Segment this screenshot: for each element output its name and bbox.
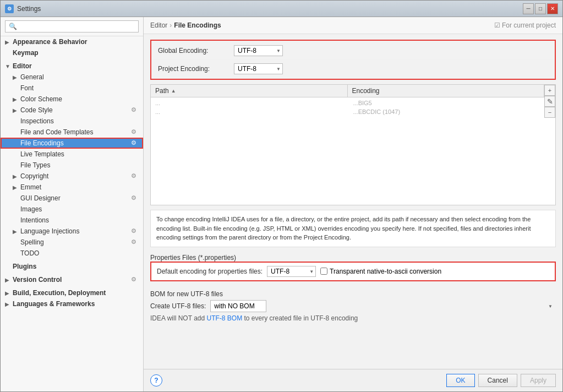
sidebar-item-file-types[interactable]: File Types: [1, 160, 143, 171]
sidebar-item-label: Font: [20, 84, 139, 92]
sidebar-item-copyright[interactable]: ▶Copyright⚙: [1, 171, 143, 182]
remove-encoding-button[interactable]: −: [544, 107, 555, 118]
transparent-conversion-checkbox[interactable]: [320, 268, 327, 275]
sidebar-item-spelling[interactable]: Spelling⚙: [1, 237, 143, 248]
sidebar-item-file-and-code-templates[interactable]: File and Code Templates⚙: [1, 127, 143, 138]
table-header: Path ▲ Encoding: [151, 85, 555, 97]
sidebar-item-label: Keymap: [13, 49, 139, 57]
footer-buttons: OK Cancel Apply: [446, 374, 556, 387]
sidebar-item-gui-designer[interactable]: GUI Designer⚙: [1, 193, 143, 204]
window-title: Settings: [17, 5, 523, 13]
sidebar-item-plugins[interactable]: Plugins: [1, 261, 143, 272]
maximize-button[interactable]: □: [535, 3, 546, 14]
table-toolbar: + ✎ −: [544, 85, 555, 118]
add-encoding-button[interactable]: +: [544, 85, 555, 96]
sidebar-item-code-style[interactable]: ▶Code Style⚙: [1, 105, 143, 116]
sidebar-item-label: GUI Designer: [20, 194, 131, 202]
sidebar-item-label: Editor: [13, 62, 139, 70]
sidebar-item-language-injections[interactable]: ▶Language Injections⚙: [1, 226, 143, 237]
properties-section: Properties Files (*.properties) Default …: [150, 252, 556, 281]
edit-encoding-button[interactable]: ✎: [544, 96, 555, 107]
arrow-icon: ▶: [5, 39, 13, 45]
arrow-icon: ▶: [13, 107, 20, 113]
app-icon: ⚙: [5, 4, 14, 13]
ok-button[interactable]: OK: [446, 374, 474, 387]
global-encoding-select[interactable]: UTF-8 UTF-16 ISO-8859-1: [234, 45, 283, 56]
minimize-button[interactable]: ─: [523, 3, 534, 14]
bom-row: Create UTF-8 files: with NO BOM with BOM: [150, 300, 556, 312]
sidebar-item-todo[interactable]: TODO: [1, 248, 143, 259]
encoding-group: Global Encoding: UTF-8 UTF-16 ISO-8859-1…: [150, 40, 556, 80]
sidebar-item-inspections[interactable]: Inspections: [1, 116, 143, 127]
sidebar-item-font[interactable]: Font: [1, 83, 143, 94]
sort-icon: ▲: [171, 88, 176, 94]
bom-select-wrapper: with NO BOM with BOM: [210, 300, 556, 312]
sidebar-item-live-templates[interactable]: Live Templates: [1, 149, 143, 160]
encoding-description: To change encoding IntelliJ IDEA uses fo…: [150, 210, 556, 247]
bom-select[interactable]: with NO BOM with BOM: [210, 300, 266, 312]
sidebar-item-file-encodings[interactable]: File Encodings⚙: [1, 138, 143, 149]
arrow-icon: ▶: [13, 74, 20, 80]
sidebar-item-general[interactable]: ▶General: [1, 72, 143, 83]
arrow-icon: ▶: [13, 228, 20, 235]
description-text: To change encoding IntelliJ IDEA uses fo…: [156, 216, 531, 241]
sidebar-item-label: Code Style: [20, 106, 131, 114]
sidebar-item-label: Plugins: [13, 263, 139, 270]
transparent-conversion-wrapper: Transparent native-to-ascii conversion: [320, 268, 441, 275]
main-content-area: ▶Appearance & BehaviorKeymap▼Editor▶Gene…: [1, 17, 562, 391]
encoding-header-label: Encoding: [352, 87, 380, 95]
sidebar-item-label: Copyright: [20, 172, 131, 180]
sidebar-item-label: Inspections: [20, 117, 139, 125]
footer: ? OK Cancel Apply: [144, 369, 562, 391]
arrow-icon: ▶: [13, 173, 20, 179]
breadcrumb-separator: ›: [170, 21, 172, 29]
table-body: ... ...BIG5 ... ...EBCDIC (1047): [151, 97, 555, 117]
gear-icon: ⚙: [131, 139, 139, 147]
encoding-table-container: Path ▲ Encoding ... ...BIG5: [150, 84, 556, 205]
sidebar-item-build-execution-deployment[interactable]: ▶Build, Execution, Deployment: [1, 287, 143, 298]
sidebar-item-intentions[interactable]: Intentions: [1, 215, 143, 226]
breadcrumb-current: File Encodings: [174, 21, 221, 29]
sidebar-item-languages-frameworks[interactable]: ▶Languages & Frameworks: [1, 298, 143, 309]
gear-icon: ⚙: [131, 106, 139, 114]
global-encoding-select-wrapper: UTF-8 UTF-16 ISO-8859-1: [234, 45, 283, 56]
project-encoding-select[interactable]: UTF-8 UTF-16 ISO-8859-1: [234, 63, 283, 74]
sidebar-item-images[interactable]: Images: [1, 204, 143, 215]
help-button[interactable]: ?: [150, 374, 162, 386]
breadcrumb-parent: Editor: [150, 21, 167, 29]
search-box: [1, 17, 143, 36]
sidebar-item-version-control[interactable]: ▶Version Control⚙: [1, 274, 143, 285]
sidebar-item-label: TODO: [20, 249, 139, 257]
main-panel: Editor › File Encodings ☑ For current pr…: [144, 17, 562, 391]
sidebar-item-color-scheme[interactable]: ▶Color Scheme: [1, 94, 143, 105]
close-button[interactable]: ✕: [547, 3, 558, 14]
bom-note: IDEA will NOT add UTF-8 BOM to every cre…: [150, 314, 556, 322]
properties-encoding-select[interactable]: UTF-8 ISO-8859-1: [267, 266, 316, 277]
bom-link[interactable]: UTF-8 BOM: [206, 314, 242, 322]
project-encoding-select-wrapper: UTF-8 UTF-16 ISO-8859-1: [234, 63, 283, 74]
cancel-button[interactable]: Cancel: [478, 374, 517, 387]
search-input[interactable]: [5, 20, 139, 32]
sidebar-item-label: File and Code Templates: [20, 128, 131, 136]
gear-icon: ⚙: [131, 276, 139, 284]
gear-icon: ⚙: [131, 227, 139, 235]
sidebar-item-appearance-behavior[interactable]: ▶Appearance & Behavior: [1, 36, 143, 47]
table-row[interactable]: ... ...BIG5: [151, 99, 555, 107]
transparent-conversion-label: Transparent native-to-ascii conversion: [330, 268, 441, 275]
path-column-header: Path ▲: [151, 85, 348, 97]
sidebar-item-label: Version Control: [13, 276, 131, 284]
sidebar-item-editor[interactable]: ▼Editor: [1, 61, 143, 72]
properties-encoding-label: Default encoding for properties files:: [157, 268, 263, 275]
apply-button[interactable]: Apply: [521, 374, 556, 387]
sidebar-item-label: Intentions: [20, 216, 139, 224]
table-row[interactable]: ... ...EBCDIC (1047): [151, 107, 555, 116]
window-controls: ─ □ ✕: [523, 3, 558, 14]
global-encoding-label: Global Encoding:: [158, 47, 229, 55]
sidebar-item-label: Spelling: [20, 238, 131, 246]
sidebar-item-label: Language Injections: [20, 227, 131, 235]
sidebar-item-emmet[interactable]: ▶Emmet: [1, 182, 143, 193]
sidebar-item-keymap[interactable]: Keymap: [1, 47, 143, 58]
bom-section-title: BOM for new UTF-8 files: [150, 290, 556, 298]
settings-content: Global Encoding: UTF-8 UTF-16 ISO-8859-1…: [144, 34, 562, 369]
sidebar-item-label: Emmet: [20, 183, 139, 191]
